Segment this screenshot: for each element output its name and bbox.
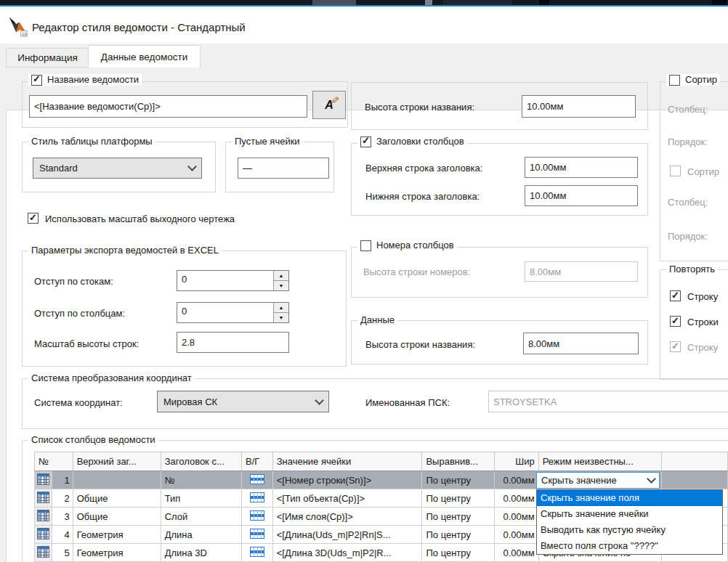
empty-cells-input[interactable] [238,158,329,179]
numbers-row-height-label: Высота строки номеров: [363,266,470,278]
font-button[interactable]: A ✎ [312,91,346,119]
group-column-headers-label: Заголовки столбцов [376,136,464,147]
group-excel-export-label: Параметры экспорта ведомостей в EXCEL [28,245,222,256]
vg-icon[interactable] [242,508,273,526]
parent-window-fragment [425,0,432,5]
data-row-height-input[interactable] [523,333,639,354]
tab-information[interactable]: Информация [6,48,89,68]
column-numbers-checkbox[interactable] [360,240,371,251]
col-header-col[interactable]: Заголовок с... [161,452,241,471]
dropdown-option[interactable]: Скрыть значение поля [537,490,722,506]
vg-icon[interactable] [242,526,273,544]
col-header-align[interactable]: Выравнив... [422,452,494,471]
sort1-column-label: Столбец: [668,104,708,115]
chevron-down-icon [187,162,197,171]
row-offset-label: Отступ по стокам: [34,276,113,288]
parent-window-fragment [312,0,356,5]
numbers-row-height-input [525,261,638,282]
list-style-editor-dialog: 19 Редактор стиля ведомости - Стандартны… [0,0,728,562]
col-header-mode[interactable]: Режим неизвестны... [538,452,661,471]
sort1-checkbox[interactable] [669,75,680,86]
col-header-extra [661,452,727,471]
pencil-icon: ✎ [329,95,341,105]
app-logo-icon: 19 [7,15,29,37]
row-marker-icon[interactable] [35,471,52,489]
tab-list-data[interactable]: Данные ведомости [88,45,201,68]
parent-window-edge [0,0,728,7]
dialog-title: Редактор стиля ведомости - Стандартный [32,21,246,33]
sort2-checkbox [670,166,681,176]
use-output-scale-checkbox[interactable] [28,213,39,224]
sort2-column-label: Столбец: [668,197,708,208]
spin-down-icon[interactable]: ▼ [274,281,288,290]
table-header-row: № Верхний заг... Заголовок с... В/Г Знач… [35,452,728,471]
top-header-row-label: Верхняя строка заголовка: [365,163,482,174]
dropdown-option[interactable]: Выводить как пустую ячейку [537,522,722,538]
row-offset-stepper[interactable]: 0 ▲ ▼ [177,270,289,291]
group-empty-cells-label: Пустые ячейки [232,136,303,147]
bottom-header-row-input[interactable] [525,185,638,206]
named-ucs-input [488,391,728,412]
row-marker-icon[interactable] [35,526,52,544]
sort1-order-label: Порядок: [668,137,708,148]
top-header-row-input[interactable] [525,157,638,178]
group-list-title-label: Название ведомости [47,74,139,86]
col-header-width[interactable]: Шир [494,452,538,471]
repeat-row2-checkbox[interactable] [670,316,681,327]
spin-up-icon[interactable]: ▲ [274,271,288,281]
col-header-value[interactable]: Значение ячейки [272,452,422,471]
col-offset-label: Отступ по столбцам: [34,308,125,319]
chevron-down-icon [315,396,324,405]
spin-down-icon[interactable]: ▼ [274,313,288,322]
repeat-row3-checkbox [670,341,681,352]
group-column-list-label: Список столбцов ведомости [28,434,158,446]
col-header-top[interactable]: Верхний заг... [73,452,161,471]
dialog-header: 19 Редактор стиля ведомости - Стандартны… [0,7,728,44]
chevron-down-icon [647,474,656,484]
row-marker-icon[interactable] [35,489,52,508]
coordinate-system-combobox[interactable]: Мировая СК [157,391,329,412]
group-data-label: Данные [357,314,397,326]
vg-icon[interactable] [242,471,273,489]
sort1-label: Сортир [685,74,717,86]
group-column-numbers-label: Номера столбцов [376,240,454,251]
coordinate-system-label: Система координат: [34,397,123,409]
group-platform-style-label: Стиль таблицы платформы [28,136,155,147]
unknown-mode-combobox[interactable]: Скрыть значение [536,472,660,489]
platform-style-combobox[interactable]: Standard [33,158,202,179]
dropdown-option[interactable]: Вместо поля строка "????" [537,538,722,554]
parent-window-fragment [443,0,512,5]
vg-icon[interactable] [242,489,273,508]
bottom-header-row-label: Нижняя строка заголовка: [365,191,480,203]
named-ucs-label: Именованная ПСК: [365,397,450,409]
repeat-row2-label: Строки [687,317,719,328]
dropdown-option[interactable]: Скрыть значение ячейки [537,506,722,522]
unknown-mode-dropdown: Скрыть значение поля Скрыть значение яче… [536,489,723,555]
name-height-input[interactable] [522,95,636,118]
row-height-scale-label: Масштаб высоты строк: [34,338,139,350]
sort2-order-label: Порядок: [668,231,708,243]
data-row-height-label: Высота строки названия: [365,339,475,351]
col-offset-stepper[interactable]: 0 ▲ ▼ [177,302,289,323]
row-marker-icon[interactable] [35,508,52,526]
col-header-vg[interactable]: В/Г [242,452,273,471]
group-repeat-label: Повторять [666,264,718,275]
sort2-label: Сортир [687,166,719,178]
use-output-scale-label: Использовать масштаб выходного чертежа [45,213,235,225]
list-title-checkbox[interactable] [31,75,42,86]
vg-icon[interactable] [242,544,273,562]
name-height-label: Высота строки названия: [365,102,474,113]
repeat-row1-checkbox[interactable] [670,290,681,301]
col-header-num[interactable]: № [35,452,73,471]
group-coordinate-system-label: Система преобразования координат [28,372,195,384]
repeat-row1-label: Строку [687,291,718,303]
svg-text:19: 19 [22,32,26,36]
column-headers-checkbox[interactable] [360,137,371,147]
parent-window-fragment [712,0,727,5]
row-marker-icon[interactable] [35,544,52,562]
parent-window-fragment [539,0,549,5]
spin-up-icon[interactable]: ▲ [274,303,288,313]
row-height-scale-input[interactable] [177,332,289,353]
list-title-input[interactable] [29,95,307,118]
repeat-row3-label: Строку [687,342,718,354]
